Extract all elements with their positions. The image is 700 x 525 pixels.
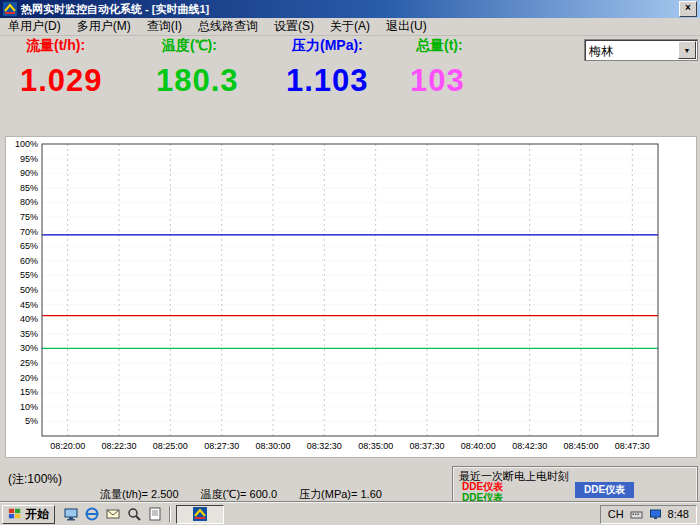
station-select[interactable]: 梅林 ▼ [584, 39, 698, 61]
svg-text:100%: 100% [15, 139, 38, 149]
ie-icon[interactable] [83, 505, 101, 523]
svg-text:95%: 95% [20, 154, 38, 164]
svg-text:50%: 50% [20, 285, 38, 295]
menu-item-1[interactable]: 单用户(D) [0, 17, 69, 36]
dde-instrument-highlight[interactable]: DDE仪表 [575, 482, 634, 498]
svg-text:08:40:00: 08:40:00 [461, 441, 496, 451]
scale-label-1: 流量(t/h)= 2.500 [100, 487, 179, 502]
outlook-icon[interactable] [104, 505, 122, 523]
close-button[interactable]: × [679, 1, 697, 17]
svg-text:08:32:30: 08:32:30 [307, 441, 342, 451]
taskbar-divider [169, 506, 171, 522]
readout-2: 温度(℃):180.3 [156, 37, 286, 99]
svg-text:10%: 10% [20, 402, 38, 412]
svg-text:40%: 40% [20, 314, 38, 324]
readout-value: 1.029 [20, 63, 156, 99]
readout-3: 压力(MPa):1.103 [286, 37, 410, 99]
svg-text:65%: 65% [20, 241, 38, 251]
system-tray: CH 8:48 [600, 505, 697, 524]
menu-item-6[interactable]: 关于(A) [322, 17, 378, 36]
svg-text:35%: 35% [20, 329, 38, 339]
start-button[interactable]: 开始 [2, 505, 55, 524]
readout-label: 压力(MPa): [286, 37, 410, 55]
taskbar-app-button[interactable] [176, 505, 224, 524]
quick-launch [62, 505, 164, 523]
svg-text:08:30:00: 08:30:00 [255, 441, 290, 451]
svg-text:08:20:00: 08:20:00 [50, 441, 85, 451]
readout-value: 103 [410, 63, 560, 99]
svg-text:08:45:00: 08:45:00 [563, 441, 598, 451]
readout-label: 流量(t/h): [20, 37, 156, 55]
chevron-down-icon[interactable]: ▼ [678, 41, 696, 59]
keyboard-icon[interactable] [630, 508, 643, 521]
svg-text:08:42:30: 08:42:30 [512, 441, 547, 451]
svg-text:08:25:00: 08:25:00 [153, 441, 188, 451]
readout-value: 1.103 [286, 63, 410, 99]
svg-text:25%: 25% [20, 358, 38, 368]
title-bar[interactable]: 热网实时监控自动化系统 - [实时曲线1] × [0, 0, 700, 18]
svg-text:80%: 80% [20, 197, 38, 207]
notepad-icon[interactable] [146, 505, 164, 523]
readout-4: 总量(t):103 [410, 37, 560, 99]
readout-label: 温度(℃): [156, 37, 286, 55]
svg-text:5%: 5% [25, 416, 38, 426]
menu-item-4[interactable]: 总线路查询 [190, 17, 266, 36]
svg-text:15%: 15% [20, 387, 38, 397]
taskbar: 开始 CH 8:48 [0, 502, 700, 525]
menu-item-2[interactable]: 多用户(M) [69, 17, 139, 36]
svg-text:85%: 85% [20, 183, 38, 193]
scale-label-2: 温度(℃)= 600.0 [201, 487, 277, 502]
svg-text:08:47:30: 08:47:30 [615, 441, 650, 451]
clock[interactable]: 8:48 [668, 508, 689, 520]
station-select-value: 梅林 [589, 43, 613, 60]
readouts-panel: 流量(t/h):1.029温度(℃):180.3压力(MPa):1.103总量(… [20, 37, 560, 99]
svg-text:20%: 20% [20, 373, 38, 383]
app-icon [193, 507, 207, 521]
menu-bar: 单用户(D)多用户(M)查询(I)总线路查询设置(S)关于(A)退出(U) [0, 18, 700, 36]
readout-1: 流量(t/h):1.029 [20, 37, 156, 99]
trend-chart-plot: 100%95%90%85%80%75%70%65%60%55%50%45%40%… [6, 137, 696, 455]
app-window: 热网实时监控自动化系统 - [实时曲线1] × 单用户(D)多用户(M)查询(I… [0, 0, 700, 525]
menu-item-5[interactable]: 设置(S) [266, 17, 322, 36]
svg-text:60%: 60% [20, 256, 38, 266]
menu-item-7[interactable]: 退出(U) [378, 17, 435, 36]
trend-chart: 100%95%90%85%80%75%70%65%60%55%50%45%40%… [5, 136, 697, 458]
dde-instrument-label[interactable]: DDE仪表 [462, 481, 503, 492]
note-label: (注:100%) [8, 471, 62, 488]
svg-text:08:27:30: 08:27:30 [204, 441, 239, 451]
svg-text:90%: 90% [20, 168, 38, 178]
svg-text:08:37:30: 08:37:30 [409, 441, 444, 451]
scale-labels: 流量(t/h)= 2.500温度(℃)= 600.0压力(MPa)= 1.60 [100, 487, 382, 502]
scale-label-3: 压力(MPa)= 1.60 [299, 487, 382, 502]
svg-text:30%: 30% [20, 343, 38, 353]
window-title: 热网实时监控自动化系统 - [实时曲线1] [21, 2, 209, 17]
power-panel: 最近一次断电上电时刻 DDE仪表DDE仪表 DDE仪表 [452, 466, 698, 504]
svg-text:08:22:30: 08:22:30 [101, 441, 136, 451]
display-icon[interactable] [649, 508, 662, 521]
svg-text:08:35:00: 08:35:00 [358, 441, 393, 451]
app-icon [3, 2, 17, 16]
readout-value: 180.3 [156, 63, 286, 99]
show-desktop-icon[interactable] [62, 505, 80, 523]
search-icon[interactable] [125, 505, 143, 523]
menu-item-3[interactable]: 查询(I) [139, 17, 190, 36]
svg-text:70%: 70% [20, 227, 38, 237]
windows-logo-icon [8, 507, 22, 521]
svg-text:55%: 55% [20, 270, 38, 280]
readout-label: 总量(t): [410, 37, 560, 55]
svg-text:75%: 75% [20, 212, 38, 222]
svg-text:45%: 45% [20, 300, 38, 310]
dde-instrument-list: DDE仪表DDE仪表 [462, 481, 503, 503]
start-button-label: 开始 [25, 506, 49, 523]
language-indicator[interactable]: CH [608, 508, 624, 520]
